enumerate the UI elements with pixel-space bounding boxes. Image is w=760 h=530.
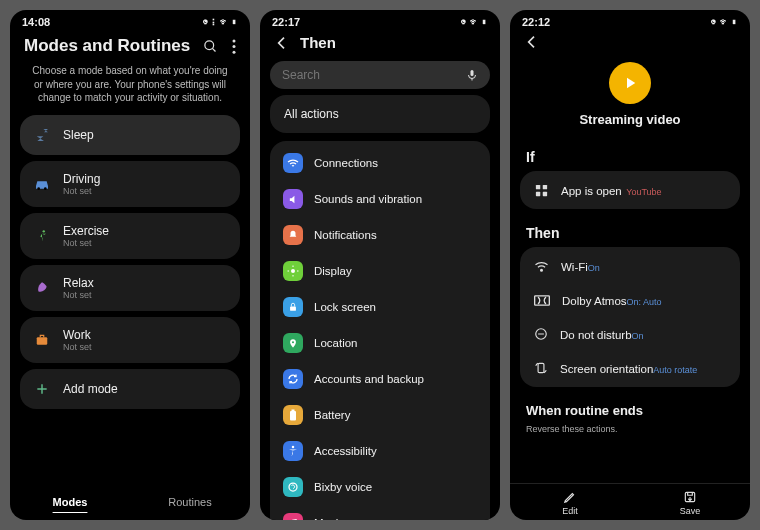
then-sub: On <box>588 263 600 273</box>
action-label: Sounds and vibration <box>314 193 422 205</box>
pin-icon <box>283 333 303 353</box>
svg-rect-18 <box>290 307 296 311</box>
then-do-not-disturb[interactable]: Do not disturbOn <box>520 317 740 351</box>
clock: 22:12 <box>522 16 550 28</box>
more-icon[interactable] <box>232 39 236 54</box>
svg-rect-20 <box>290 411 296 421</box>
action-accounts-and-backup[interactable]: Accounts and backup <box>270 361 490 397</box>
mode-label: Work <box>63 328 92 342</box>
mode-sub: Not set <box>63 238 109 248</box>
dnd-icon <box>534 327 548 341</box>
action-sounds-and-vibration[interactable]: Sounds and vibration <box>270 181 490 217</box>
svg-point-31 <box>541 269 543 271</box>
add-mode-button[interactable]: Add mode <box>20 369 240 409</box>
action-accessibility[interactable]: Accessibility <box>270 433 490 469</box>
svg-point-19 <box>292 341 294 343</box>
mode-label: Exercise <box>63 224 109 238</box>
action-label: Battery <box>314 409 350 421</box>
mode-sub: Not set <box>63 290 94 300</box>
save-button[interactable]: Save <box>630 484 750 520</box>
action-label: Lock screen <box>314 301 376 313</box>
action-location[interactable]: Location <box>270 325 490 361</box>
svg-rect-35 <box>538 363 544 372</box>
run-icon <box>33 227 51 245</box>
screen-then-actions: 22:17 ◔ ᯤ ▮ Then All actions Connections… <box>260 10 500 520</box>
then-screen-orientation[interactable]: Screen orientationAuto rotate <box>520 351 740 385</box>
action-label: Connections <box>314 157 378 169</box>
status-icons: ◔ ᯤ ▮ <box>711 17 738 27</box>
page-title: Then <box>300 34 336 51</box>
svg-point-3 <box>233 45 236 48</box>
svg-line-1 <box>212 48 215 51</box>
action-bixby-voice[interactable]: Bixby voice <box>270 469 490 505</box>
back-icon[interactable] <box>524 34 540 50</box>
then-list: Wi-FiOnDolby AtmosOn: AutoDo not disturb… <box>520 247 740 387</box>
clock: 22:17 <box>272 16 300 28</box>
clock: 14:08 <box>22 16 50 28</box>
mode-relax[interactable]: RelaxNot set <box>20 265 240 311</box>
search-input[interactable] <box>270 61 490 89</box>
then-dolby-atmos[interactable]: Dolby AtmosOn: Auto <box>520 283 740 317</box>
action-notifications[interactable]: Notifications <box>270 217 490 253</box>
action-label: Accessibility <box>314 445 377 457</box>
action-connections[interactable]: Connections <box>270 145 490 181</box>
rotate-icon <box>534 361 548 375</box>
leaf-icon <box>33 279 51 297</box>
edit-button[interactable]: Edit <box>510 484 630 520</box>
action-label: Notifications <box>314 229 377 241</box>
search-icon[interactable] <box>203 39 218 54</box>
music-icon <box>283 513 303 520</box>
mode-work[interactable]: WorkNot set <box>20 317 240 363</box>
action-label: Bixby voice <box>314 481 372 493</box>
mode-label: Relax <box>63 276 94 290</box>
then-sub: On <box>632 331 644 341</box>
dolby-icon <box>534 295 550 306</box>
svg-marker-26 <box>627 78 635 89</box>
lock-icon <box>283 297 303 317</box>
screen-modes: 14:08 ◔ ⋮ ᯤ ▮ Modes and Routines Choose … <box>10 10 250 520</box>
svg-rect-11 <box>471 70 474 76</box>
mode-sub: Not set <box>63 342 92 352</box>
svg-point-23 <box>289 483 297 491</box>
svg-rect-27 <box>536 184 540 188</box>
all-actions-card[interactable]: All actions <box>270 95 490 133</box>
action-lock-screen[interactable]: Lock screen <box>270 289 490 325</box>
svg-rect-30 <box>543 191 547 195</box>
apps-icon <box>534 183 549 198</box>
action-battery[interactable]: Battery <box>270 397 490 433</box>
tab-routines[interactable]: Routines <box>130 490 250 514</box>
status-icons: ◔ ⋮ ᯤ ▮ <box>203 17 238 27</box>
svg-rect-8 <box>37 337 48 345</box>
mode-driving[interactable]: DrivingNot set <box>20 161 240 207</box>
mode-label: Sleep <box>63 128 94 142</box>
tab-modes[interactable]: Modes <box>10 490 130 514</box>
action-label: Music <box>314 517 344 520</box>
search-field[interactable] <box>282 68 458 82</box>
mode-exercise[interactable]: ExerciseNot set <box>20 213 240 259</box>
then-label: Wi-Fi <box>561 261 588 273</box>
svg-point-13 <box>291 269 295 273</box>
svg-rect-21 <box>292 409 295 411</box>
mode-sleep[interactable]: Sleep <box>20 115 240 155</box>
back-icon[interactable] <box>274 35 290 51</box>
then-wi-fi[interactable]: Wi-FiOn <box>520 249 740 283</box>
bottom-tabs: Modes Routines <box>10 480 250 520</box>
action-music[interactable]: Music <box>270 505 490 520</box>
page-description: Choose a mode based on what you're doing… <box>10 62 250 115</box>
wifi-icon <box>534 260 549 272</box>
svg-point-5 <box>37 187 40 190</box>
plus-icon <box>33 380 51 398</box>
bottom-bar: Edit Save <box>510 483 750 520</box>
car-icon <box>33 175 51 193</box>
status-bar: 22:12 ◔ ᯤ ▮ <box>510 10 750 30</box>
svg-point-0 <box>205 40 214 49</box>
status-bar: 22:17 ◔ ᯤ ▮ <box>260 10 500 30</box>
mic-icon[interactable] <box>466 68 478 82</box>
brief-icon <box>33 331 51 349</box>
if-header: If <box>510 139 750 171</box>
if-condition[interactable]: App is open YouTube <box>520 171 740 209</box>
then-header: Then <box>510 215 750 247</box>
action-display[interactable]: Display <box>270 253 490 289</box>
svg-point-6 <box>44 187 47 190</box>
svg-rect-28 <box>543 184 547 188</box>
